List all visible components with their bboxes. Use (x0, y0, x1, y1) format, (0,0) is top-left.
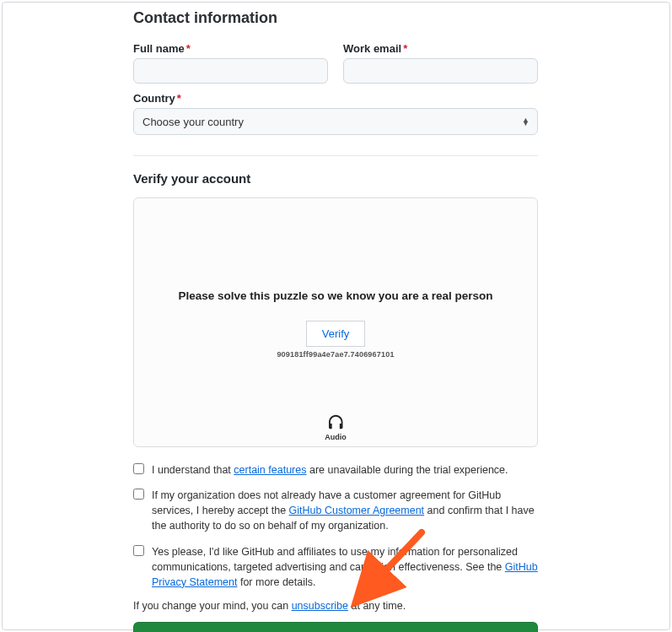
audio-option[interactable]: Audio (325, 413, 347, 441)
verify-button[interactable]: Verify (306, 321, 366, 347)
country-select[interactable]: Choose your country (133, 108, 538, 135)
unsubscribe-link[interactable]: unsubscribe (292, 600, 348, 612)
country-label: Country* (133, 92, 538, 105)
fullname-input[interactable] (133, 58, 328, 84)
required-mark: * (177, 92, 181, 105)
features-consent-text: I understand that certain features are u… (152, 462, 508, 478)
required-mark: * (186, 42, 191, 55)
features-checkbox[interactable] (133, 463, 144, 474)
captcha-id: 909181ff99a4e7ae7.7406967101 (134, 350, 537, 359)
marketing-checkbox[interactable] (133, 545, 144, 556)
agreement-consent-text: If my organization does not already have… (152, 488, 538, 533)
divider (133, 155, 538, 156)
required-mark: * (403, 42, 407, 55)
verify-title: Verify your account (133, 171, 538, 186)
workemail-input[interactable] (343, 58, 538, 84)
customer-agreement-link[interactable]: GitHub Customer Agreement (289, 505, 425, 516)
audio-label: Audio (325, 433, 347, 441)
captcha-box: Please solve this puzzle so we know you … (133, 197, 538, 447)
fullname-label: Full name* (133, 42, 328, 55)
marketing-consent-text: Yes please, I'd like GitHub and affiliat… (152, 544, 538, 590)
captcha-instruction: Please solve this puzzle so we know you … (134, 289, 537, 302)
create-enterprise-button[interactable]: Create your enterprise (133, 622, 538, 632)
agreement-checkbox[interactable] (133, 489, 144, 500)
certain-features-link[interactable]: certain features (234, 464, 306, 476)
section-title: Contact information (133, 9, 538, 27)
unsubscribe-note: If you change your mind, you can unsubsc… (133, 600, 538, 612)
workemail-label: Work email* (343, 42, 538, 55)
